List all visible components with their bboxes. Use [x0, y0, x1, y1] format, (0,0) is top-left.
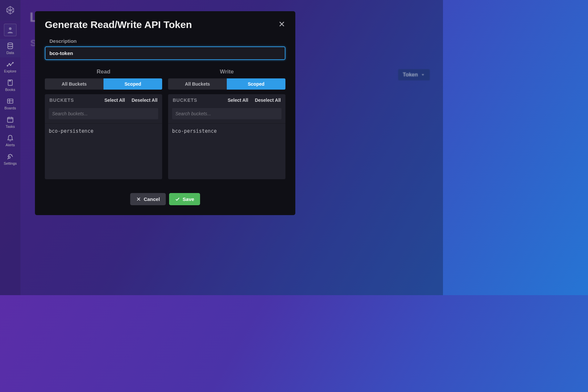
close-icon: [278, 20, 285, 28]
read-title: Read: [45, 69, 162, 75]
write-title: Write: [168, 69, 285, 75]
read-scoped-button[interactable]: Scoped: [103, 78, 162, 90]
save-button[interactable]: Save: [169, 193, 200, 205]
cancel-button-label: Cancel: [144, 196, 160, 202]
bucket-header: BUCKETS Select All Deselect All: [168, 94, 285, 106]
bucket-item[interactable]: bco-persistence: [49, 127, 158, 135]
generate-token-modal: Generate Read/Write API Token Descriptio…: [35, 11, 295, 215]
read-all-buckets-button[interactable]: All Buckets: [45, 78, 103, 90]
write-scope-segmented: All Buckets Scoped: [168, 78, 285, 90]
check-icon: [175, 197, 180, 202]
description-label: Description: [45, 38, 285, 44]
bucket-search-wrap: [168, 106, 285, 124]
modal-title: Generate Read/Write API Token: [45, 19, 192, 30]
save-button-label: Save: [183, 196, 194, 202]
modal-header: Generate Read/Write API Token: [45, 19, 285, 30]
read-bucket-panel: BUCKETS Select All Deselect All bco-pers…: [45, 94, 162, 179]
bucket-title: BUCKETS: [49, 98, 74, 103]
description-input[interactable]: [45, 46, 285, 60]
write-bucket-search-input[interactable]: [172, 108, 281, 119]
bucket-search-wrap: [45, 106, 162, 124]
bucket-actions: Select All Deselect All: [228, 98, 281, 103]
read-column: Read All Buckets Scoped BUCKETS Select A…: [45, 69, 162, 179]
write-select-all-link[interactable]: Select All: [228, 98, 249, 103]
read-bucket-search-input[interactable]: [49, 108, 158, 119]
x-icon: [136, 197, 141, 202]
write-bucket-panel: BUCKETS Select All Deselect All bco-pers…: [168, 94, 285, 179]
bucket-title: BUCKETS: [173, 98, 197, 103]
write-bucket-list: bco-persistence: [168, 124, 285, 179]
read-select-all-link[interactable]: Select All: [104, 98, 125, 103]
write-scoped-button[interactable]: Scoped: [227, 78, 285, 90]
read-bucket-list: bco-persistence: [45, 124, 162, 179]
close-button[interactable]: [278, 20, 285, 29]
write-deselect-all-link[interactable]: Deselect All: [255, 98, 281, 103]
bucket-header: BUCKETS Select All Deselect All: [45, 94, 162, 106]
permission-columns: Read All Buckets Scoped BUCKETS Select A…: [45, 69, 285, 179]
read-deselect-all-link[interactable]: Deselect All: [132, 98, 158, 103]
bucket-item[interactable]: bco-persistence: [172, 127, 281, 135]
write-all-buckets-button[interactable]: All Buckets: [168, 78, 227, 90]
bucket-actions: Select All Deselect All: [104, 98, 158, 103]
cancel-button[interactable]: Cancel: [130, 193, 166, 205]
write-column: Write All Buckets Scoped BUCKETS Select …: [168, 69, 285, 179]
read-scope-segmented: All Buckets Scoped: [45, 78, 162, 90]
modal-footer: Cancel Save: [45, 193, 285, 205]
